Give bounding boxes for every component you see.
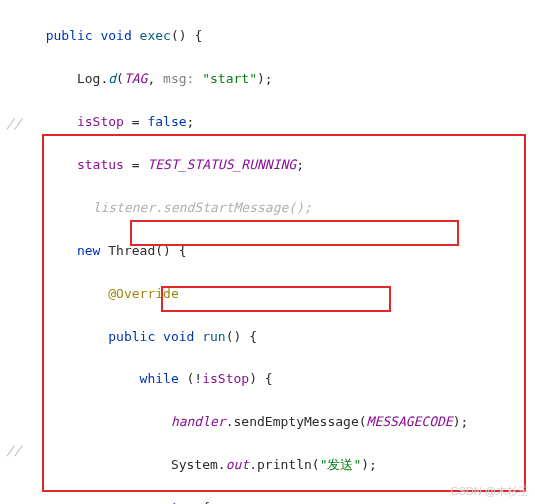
gutter: // // [0, 0, 28, 504]
code-line: public void run() { [30, 326, 531, 347]
code-line: Log.d(TAG, msg: "start"); [30, 68, 531, 89]
code-line: status = TEST_STATUS_RUNNING; [30, 154, 531, 175]
code-line: isStop = false; [30, 111, 531, 132]
gutter-comment-marker: // [6, 440, 22, 461]
code-line: @Override [30, 283, 531, 304]
code-editor[interactable]: public void exec() { Log.d(TAG, msg: "st… [30, 4, 531, 504]
code-line: new Thread() { [30, 240, 531, 261]
code-line: System.out.println("发送"); [30, 454, 531, 475]
code-line: while (!isStop) { [30, 368, 531, 389]
code-line: public void exec() { [30, 25, 531, 46]
code-line: handler.sendEmptyMessage(MESSAGECODE); [30, 411, 531, 432]
watermark: CSDN @木杉王 [451, 482, 529, 500]
code-line: listener.sendStartMessage(); [30, 197, 531, 218]
gutter-comment-marker: // [6, 113, 22, 134]
